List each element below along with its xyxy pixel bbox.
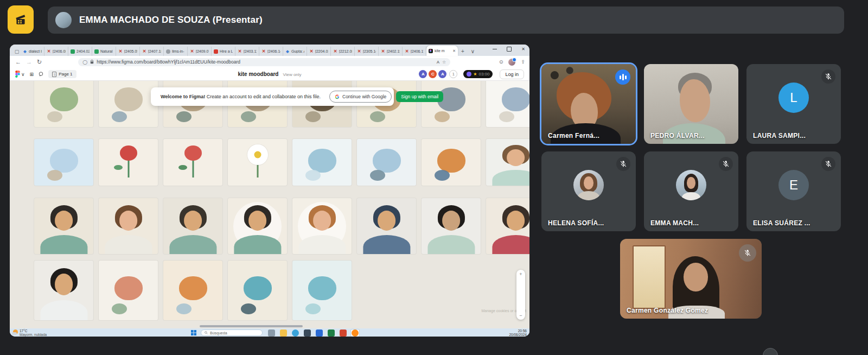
browser-tab[interactable]: ✕[2406.17 [403, 47, 426, 56]
bookmark-star-icon[interactable]: ☆ [442, 60, 446, 65]
browser-tab[interactable]: ✕[2403.11 [235, 47, 259, 56]
taskbar-app-edge[interactable] [291, 329, 300, 337]
browser-tab[interactable]: ✕[2407.18 [140, 47, 164, 56]
browser-tab[interactable]: ✕[2402.15 [379, 47, 403, 56]
forward-button[interactable]: → [26, 59, 32, 65]
collaborator-avatar[interactable]: C [429, 70, 437, 78]
browser-tab[interactable]: Hire a Li [212, 47, 235, 56]
participant-tile[interactable]: HELENA SOFÍA... [541, 151, 636, 231]
translate-icon[interactable]: A [437, 60, 439, 65]
bridge-sketch[interactable] [486, 81, 529, 127]
taskbar-app-excel[interactable] [327, 329, 336, 337]
mic-off-icon [739, 244, 756, 262]
taskbar-app-word[interactable] [315, 329, 324, 337]
car-cityscape[interactable] [163, 261, 222, 320]
tab-search-icon[interactable]: ▢ [13, 47, 21, 56]
mailbox-illustration[interactable] [228, 261, 287, 320]
roundabout-illustration[interactable] [34, 81, 93, 127]
browser-tab[interactable]: ✕[2406.14 [259, 47, 283, 56]
page-tab[interactable]: 1 Page 1 [48, 70, 76, 78]
share-icon[interactable]: ⇪ [521, 59, 525, 65]
zoom-out-button[interactable]: − [519, 313, 522, 318]
taskbar-search[interactable]: Búsqueda [201, 329, 263, 336]
truck-illustration[interactable] [357, 139, 416, 186]
comments-icon[interactable] [39, 72, 43, 77]
tab-label: [2402.15 [387, 49, 400, 53]
browser-tab[interactable]: ✕[2409.07 [188, 47, 212, 56]
fountain-park[interactable] [292, 261, 352, 320]
new-tab-button[interactable]: + [461, 48, 464, 54]
fountain-illustration[interactable] [292, 139, 352, 186]
reload-button[interactable]: ↻ [37, 59, 42, 66]
browser-tab[interactable]: ✕[2212.08 [331, 47, 355, 56]
participant-tile[interactable]: LLAURA SAMPI... [746, 64, 841, 144]
browser-tab-active[interactable]: kite m✕ [426, 46, 458, 56]
trash-bin-and-person[interactable] [422, 81, 481, 127]
weather-icon [13, 329, 18, 334]
rose-illustration[interactable] [163, 139, 222, 186]
taskbar-app-powerpoint[interactable] [339, 329, 348, 337]
participant-tile[interactable]: PEDRO ÁLVAR... [644, 64, 738, 144]
maximize-button[interactable] [507, 47, 512, 52]
figma-main-menu[interactable]: ∨ [15, 71, 25, 78]
nurse-portrait[interactable] [486, 198, 529, 254]
login-button[interactable]: Log in [500, 69, 524, 79]
doctor-portrait-circle[interactable] [228, 198, 287, 254]
back-button[interactable]: ← [15, 59, 21, 65]
mother-and-child[interactable] [99, 261, 158, 320]
browser-tab[interactable]: ◆Gupta: A [283, 47, 307, 56]
daisy-illustration[interactable] [228, 139, 287, 186]
start-button[interactable] [191, 330, 196, 335]
cut-off-floating-control[interactable] [763, 348, 778, 355]
figma-board-canvas[interactable]: Welcome to Figma! Create an account to e… [10, 81, 529, 328]
edge-icon [292, 329, 299, 337]
collaborator-avatar[interactable]: A [438, 70, 446, 78]
nurse-portrait[interactable] [422, 198, 481, 254]
taskbar-app-task-view[interactable] [267, 329, 276, 337]
browser-tab[interactable]: Natural L [92, 47, 116, 56]
nurse-portrait[interactable] [486, 139, 529, 186]
close-window-button[interactable]: ✕ [521, 47, 525, 52]
signup-with-email-button[interactable]: Sign up with email [396, 91, 443, 102]
nurse-portrait[interactable] [99, 198, 158, 254]
participant-tile[interactable]: Carmen González Gómez [620, 239, 762, 319]
police-officer-portrait[interactable] [357, 198, 416, 254]
fountain-illustration[interactable] [99, 81, 158, 127]
tab-close-icon[interactable]: ✕ [452, 49, 456, 53]
doctor-woman-portrait[interactable] [34, 261, 93, 320]
browser-tab[interactable]: ✕[2405.05 [116, 47, 140, 56]
browser-profile-avatar[interactable] [508, 59, 515, 66]
nurse-portrait-circle[interactable] [292, 198, 352, 254]
horizontal-scrollbar[interactable] [200, 325, 303, 327]
browser-tab[interactable]: ✕[2204.03 [307, 47, 331, 56]
taskbar-app-firefox[interactable] [350, 329, 360, 337]
participant-tile[interactable]: EMMA MACH... [644, 151, 738, 231]
minimize-button[interactable] [493, 49, 497, 49]
browser-tab[interactable]: llms-in- [164, 47, 188, 56]
taskbar-clock[interactable]: 20:56 20/06/2024 [509, 329, 527, 337]
url-field[interactable]: ◯ https://www.figma.com/board/b8owhYljf1… [78, 58, 450, 66]
participant-tile[interactable]: EELISA SUÁREZ ... [746, 151, 841, 231]
layout-grid-icon[interactable]: ⊞ [30, 72, 34, 77]
browser-essentials-icon[interactable]: ⊙ [499, 59, 503, 65]
browser-tab[interactable]: ◆dialect li [21, 47, 44, 56]
tab-list-button[interactable]: ∨ [471, 48, 475, 54]
taskbar-app-file-explorer[interactable] [279, 329, 288, 337]
browser-tab[interactable]: ✕[2305.14 [355, 47, 379, 56]
doctor-portrait[interactable] [163, 198, 222, 254]
bridge-illustration[interactable] [34, 139, 93, 186]
rose-illustration[interactable] [99, 139, 158, 186]
taskbar-app-outlook[interactable] [303, 329, 312, 337]
zoom-in-button[interactable]: + [519, 271, 522, 277]
taskbar-weather-widget[interactable]: 17°C Mayorm. nublada [13, 329, 47, 337]
collaborator-avatar[interactable]: A [419, 70, 427, 78]
browser-tab[interactable]: 2404.024 [68, 47, 92, 56]
site-info-icon[interactable]: ◯ [82, 60, 87, 65]
participant-tile[interactable]: Carmen Ferná... [541, 64, 636, 144]
doctor-portrait[interactable] [34, 198, 93, 254]
basketball-hoop[interactable] [422, 139, 481, 186]
continue-with-google-button[interactable]: Continue with Google [329, 91, 392, 103]
collaborator-overflow-count[interactable]: 1 [449, 70, 457, 78]
browser-tab[interactable]: ✕[2406.08 [44, 47, 68, 56]
shared-screen[interactable]: ▢ ◆dialect li✕[2406.082404.024Natural L✕… [10, 45, 529, 337]
